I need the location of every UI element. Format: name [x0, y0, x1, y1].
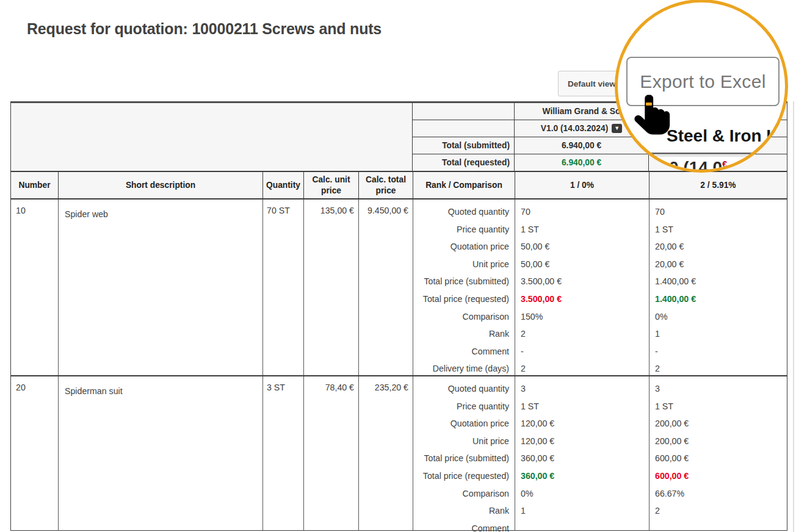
detail-value: 1	[515, 502, 649, 520]
detail-label: Price quantity	[413, 398, 515, 415]
detail-label: Quotation price	[413, 415, 515, 433]
detail-label: Unit price	[413, 256, 515, 273]
magnifier-callout: Export to Excel Steel & Iron L 0 (14.0€	[615, 0, 788, 173]
rank-comparison-header: Rank / Comparison	[413, 172, 515, 198]
item-number: 10	[11, 200, 58, 375]
supplier2-values-column: 3 1 ST 200,00 € 200,00 € 600,00 € 600,00…	[649, 376, 787, 530]
scrollbar-edge[interactable]	[793, 101, 794, 532]
detail-label: Comparison	[413, 308, 515, 326]
detail-value: 50,00 €	[515, 238, 649, 256]
detail-value: 2	[515, 360, 649, 378]
item-number: 20	[11, 376, 58, 530]
detail-value: 200,00 €	[649, 433, 787, 450]
short-description-header: Short description	[58, 172, 262, 198]
total-requested-value: 1.400,00 €	[649, 290, 787, 308]
detail-label: Total price (requested)	[413, 290, 515, 308]
detail-value: 150%	[515, 308, 649, 326]
detail-label: Comparison	[413, 485, 515, 503]
preheader-empty-cell	[11, 103, 413, 171]
detail-value: 66.67%	[649, 485, 787, 503]
detail-label: Rank	[413, 502, 515, 520]
calc-unit-price-header: Calc. unit price	[303, 172, 358, 198]
chevron-down-icon: ▼	[614, 124, 620, 133]
item-calc-total-price: 9.450,00 €	[358, 200, 413, 375]
detail-label: Total price (submitted)	[413, 273, 515, 290]
detail-value: 360,00 €	[515, 450, 649, 467]
pointer-hand-icon	[634, 90, 671, 139]
detail-value: 120,00 €	[515, 415, 649, 433]
total-submitted-label: Total (submitted)	[413, 137, 514, 154]
detail-value: 0%	[649, 308, 787, 326]
detail-value: 70	[515, 203, 649, 221]
calc-total-price-header: Calc. total price	[358, 172, 413, 198]
version-dropdown-button[interactable]: ▼	[612, 124, 622, 133]
detail-value: 1 ST	[515, 398, 649, 415]
page-title: Request for quotation: 10000211 Screws a…	[27, 20, 382, 38]
detail-value	[649, 520, 787, 532]
table-header-row: Number Short description Quantity Calc. …	[11, 172, 787, 200]
detail-label: Delivery time (days)	[413, 360, 515, 378]
supplier1-values-column: 70 1 ST 50,00 € 50,00 € 3.500,00 € 3.500…	[515, 200, 649, 375]
cursor-highlight-notch	[646, 102, 652, 106]
detail-label: Total price (submitted)	[413, 450, 515, 467]
version-row-label	[413, 120, 514, 137]
detail-value: 20,00 €	[649, 256, 787, 273]
detail-value: 1.400,00 €	[649, 273, 787, 290]
total-requested-value: 360,00 €	[515, 467, 649, 485]
detail-value	[515, 520, 649, 532]
detail-labels-column: Quoted quantity Price quantity Quotation…	[413, 200, 515, 375]
quantity-header: Quantity	[262, 172, 303, 198]
detail-value: -	[649, 343, 787, 361]
detail-value: -	[515, 343, 649, 361]
detail-value: 1 ST	[649, 221, 787, 239]
detail-label: Total price (requested)	[413, 467, 515, 485]
supplier1-values-column: 3 1 ST 120,00 € 120,00 € 360,00 € 360,00…	[515, 376, 649, 530]
supplier1-rank-header: 1 / 0%	[515, 172, 649, 198]
supplier2-rank-header: 2 / 5.91%	[649, 172, 787, 198]
item-quantity: 3 ST	[262, 376, 303, 530]
detail-label: Comment	[413, 343, 515, 361]
item-calc-unit-price: 135,00 €	[303, 200, 358, 375]
detail-label: Quotation price	[413, 238, 515, 256]
table-row: 20 Spiderman suit 3 ST 78,40 € 235,20 € …	[11, 376, 787, 530]
detail-label: Comment	[413, 520, 515, 532]
detail-value: 50,00 €	[515, 256, 649, 273]
detail-value: 3	[649, 380, 787, 398]
item-quantity: 70 ST	[262, 200, 303, 375]
number-header: Number	[11, 172, 58, 198]
detail-label: Quoted quantity	[413, 203, 515, 221]
item-description: Spider web	[58, 200, 262, 375]
detail-value: 0%	[515, 485, 649, 503]
detail-value: 2	[649, 502, 787, 520]
total-requested-label: Total (requested)	[413, 154, 514, 171]
detail-label: Unit price	[413, 433, 515, 450]
supplier1-total-requested: 6.940,00 €	[514, 154, 648, 171]
detail-value: 1 ST	[649, 398, 787, 415]
item-calc-total-price: 235,20 €	[358, 376, 413, 530]
magnified-supplier-name: Steel & Iron L	[667, 126, 776, 146]
supplier1-version-text: V1.0 (14.03.2024)	[541, 124, 608, 133]
detail-value: 1 ST	[515, 221, 649, 239]
supplier2-values-column: 70 1 ST 20,00 € 20,00 € 1.400,00 € 1.400…	[649, 200, 787, 375]
detail-value: 120,00 €	[515, 433, 649, 450]
detail-labels-column: Quoted quantity Price quantity Quotation…	[413, 376, 515, 530]
detail-value: 2	[515, 325, 649, 343]
detail-label: Rank	[413, 325, 515, 343]
total-requested-value: 600,00 €	[649, 467, 787, 485]
magnified-version-mark: €	[722, 159, 727, 169]
detail-label: Price quantity	[413, 221, 515, 239]
detail-value: 20,00 €	[649, 238, 787, 256]
detail-value: 3.500,00 €	[515, 273, 649, 290]
detail-value: 3	[515, 380, 649, 398]
detail-value: 2	[649, 360, 787, 378]
detail-value: 600,00 €	[649, 450, 787, 467]
total-requested-value: 3.500,00 €	[515, 290, 649, 308]
supplier1-total-submitted: 6.940,00 €	[514, 137, 648, 154]
supplier-row-label	[413, 103, 514, 120]
detail-label: Quoted quantity	[413, 380, 515, 398]
table-row: 10 Spider web 70 ST 135,00 € 9.450,00 € …	[11, 200, 787, 376]
detail-value: 70	[649, 203, 787, 221]
item-calc-unit-price: 78,40 €	[303, 376, 358, 530]
item-description: Spiderman suit	[58, 376, 262, 530]
detail-value: 200,00 €	[649, 415, 787, 433]
